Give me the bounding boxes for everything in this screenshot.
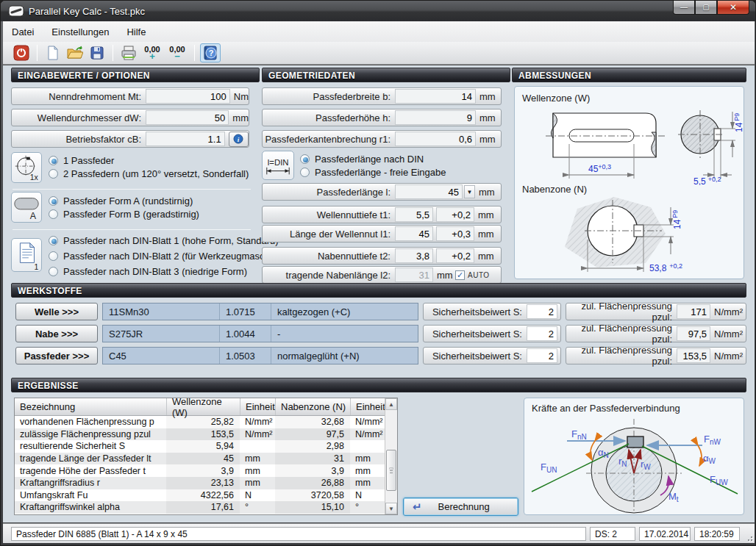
passfederlaenge-input[interactable]: 45 bbox=[395, 184, 463, 199]
unit-label: mm bbox=[476, 134, 496, 145]
status-text: Passfeder DIN 6885 (Blatt 1) - A 14 x 9 … bbox=[11, 527, 586, 541]
results-table-header: Bezeichnung Wellenzone (W) Einheit Naben… bbox=[15, 398, 397, 416]
save-file-button[interactable] bbox=[87, 43, 107, 62]
option-2-passfedern[interactable]: 2 Passfedern (um 120° versetzt, Sonderfa… bbox=[49, 168, 249, 179]
menu-datei[interactable]: Datei bbox=[3, 24, 43, 40]
n-unit bbox=[350, 440, 384, 453]
print-button[interactable] bbox=[118, 43, 139, 62]
welle-sicherheit-input[interactable]: 2 bbox=[527, 304, 557, 319]
option-laenge-frei[interactable]: Passfederlänge - freie Eingabe bbox=[300, 167, 446, 178]
info-button[interactable]: i bbox=[229, 132, 249, 147]
passfederhoehe-input[interactable]: 9 bbox=[395, 110, 476, 125]
passfeder-button[interactable]: Passfeder >>> bbox=[15, 347, 98, 364]
scroll-down-icon[interactable]: ▼ bbox=[385, 503, 397, 514]
option-din-blatt-1[interactable]: Passfeder nach DIN-Blatt 1 (hohe Form, S… bbox=[49, 235, 291, 246]
radio-icon[interactable] bbox=[49, 236, 58, 245]
dropdown-arrow-icon[interactable]: ▼ bbox=[464, 185, 475, 198]
status-time: 18:20:59 bbox=[694, 527, 740, 541]
auto-label: AUTO bbox=[468, 271, 490, 279]
close-button[interactable]: ✕ bbox=[717, 1, 749, 15]
radio-icon[interactable] bbox=[49, 169, 58, 179]
decimal-decrease-button[interactable]: 0,00 − bbox=[165, 43, 189, 62]
w-value: 4322,56 bbox=[166, 489, 240, 502]
scroll-thumb[interactable] bbox=[386, 450, 396, 491]
w-value: 5,94 bbox=[166, 440, 240, 453]
wellendurchmesser-input[interactable]: 50 bbox=[146, 110, 229, 125]
minimize-button[interactable]: — bbox=[673, 1, 695, 15]
new-file-button[interactable] bbox=[43, 43, 63, 62]
field-passfederbreite: Passfederbreite b: 14 mm bbox=[262, 87, 502, 105]
w-value: 153,5 bbox=[166, 428, 240, 441]
option-form-a[interactable]: Passfeder Form A (rundstirnig) bbox=[49, 195, 199, 206]
radio-icon[interactable] bbox=[49, 156, 58, 165]
decimal-increase-button[interactable]: 0,00 + bbox=[140, 43, 164, 62]
welle-material-box[interactable]: 11SMn30 1.0715 kaltgezogen (+C) bbox=[102, 303, 418, 320]
radio-icon[interactable] bbox=[49, 196, 58, 206]
passfederbreite-input[interactable]: 14 bbox=[395, 89, 476, 104]
option-label: Passfeder Form A (rundstirnig) bbox=[63, 195, 193, 206]
material-name: C45 bbox=[103, 348, 219, 364]
row-name: tragende Höhe der Passfeder t bbox=[15, 464, 166, 477]
nabe-material-box[interactable]: S275JR 1.0044 - bbox=[102, 325, 418, 342]
radio-icon[interactable] bbox=[300, 168, 310, 177]
help-button[interactable]: ? bbox=[200, 43, 221, 62]
unit-label: N/mm² bbox=[710, 328, 746, 340]
radio-icon[interactable] bbox=[49, 251, 58, 261]
unit-label: mm bbox=[476, 112, 496, 123]
material-number: 1.0715 bbox=[219, 303, 271, 320]
col-einheit-n[interactable]: Einheit bbox=[350, 398, 384, 415]
n-unit: N/mm² bbox=[350, 428, 384, 441]
svg-text:14P9: 14P9 bbox=[671, 210, 682, 229]
passfeder-count-group: 1 Passfeder 2 Passfedern (um 120° verset… bbox=[49, 153, 249, 182]
col-nabenzone[interactable]: Nabenzone (N) bbox=[275, 398, 350, 415]
col-bezeichnung[interactable]: Bezeichnung bbox=[15, 398, 166, 415]
forces-title: Kräfte an der Passfederverbindung bbox=[532, 403, 680, 414]
option-1-passfeder[interactable]: 1 Passfeder bbox=[49, 155, 249, 166]
row-name: Kraftangriffsradius r bbox=[15, 477, 166, 489]
svg-text:αW: αW bbox=[703, 453, 716, 465]
n-unit: N bbox=[350, 489, 384, 502]
svg-text:FUW: FUW bbox=[710, 474, 728, 486]
auto-checkbox[interactable]: ✓ bbox=[455, 270, 465, 280]
col-wellenzone[interactable]: Wellenzone (W) bbox=[166, 398, 240, 415]
option-din-blatt-3[interactable]: Passfeder nach DIN-Blatt 3 (niedrige For… bbox=[49, 266, 291, 277]
welle-button[interactable]: Welle >>> bbox=[15, 303, 98, 320]
title-bar[interactable]: Parallel Key Calc - Test.pkc — ▢ ✕ bbox=[1, 1, 755, 21]
nabenlaenge-input[interactable]: 31 bbox=[395, 267, 433, 282]
berechnung-button[interactable]: ↵ Berechnung bbox=[403, 497, 518, 516]
nabe-sicherheit-input[interactable]: 2 bbox=[527, 326, 557, 341]
field-betriebsfaktor: Betriebsfaktor cB: 1.1 i bbox=[11, 130, 249, 148]
option-label: Passfederlänge - freie Eingabe bbox=[315, 167, 446, 178]
wellennutlaenge-tol: +0,3 bbox=[436, 226, 474, 241]
n-value: 26,88 bbox=[275, 477, 350, 489]
unit-label: N/mm² bbox=[710, 351, 746, 362]
col-einheit-w[interactable]: Einheit bbox=[240, 398, 275, 415]
menu-einstellungen[interactable]: Einstellungen bbox=[43, 24, 118, 40]
kantenbrechung-input[interactable]: 0,6 bbox=[395, 132, 476, 146]
table-row: vorhandenen Flächenpressung p 25,82 N/mm… bbox=[15, 416, 397, 428]
svg-text:1: 1 bbox=[34, 263, 38, 271]
maximize-button[interactable]: ▢ bbox=[695, 1, 717, 15]
passfeder-sicherheit-input[interactable]: 2 bbox=[527, 348, 557, 363]
table-scrollbar[interactable]: ▲ ▼ bbox=[385, 398, 397, 514]
passfeder-pzul-row: zul. Flächenpressung pzul: 153,5 N/mm² bbox=[566, 347, 746, 364]
passfeder-material-box[interactable]: C45 1.0503 normalgeglüht (+N) bbox=[102, 347, 418, 364]
scroll-up-icon[interactable]: ▲ bbox=[385, 398, 397, 410]
radio-icon[interactable] bbox=[49, 209, 58, 219]
nenndrehmoment-input[interactable]: 100 bbox=[146, 89, 230, 104]
radio-icon[interactable] bbox=[300, 154, 310, 164]
option-laenge-din[interactable]: Passfederlänge nach DIN bbox=[300, 154, 446, 165]
betriebsfaktor-input[interactable]: 1.1 bbox=[146, 132, 225, 146]
material-treatment: normalgeglüht (+N) bbox=[271, 348, 418, 364]
radio-icon[interactable] bbox=[49, 267, 58, 276]
resize-grip[interactable] bbox=[745, 534, 752, 541]
option-label: Passfeder Form B (geradstirnig) bbox=[63, 209, 199, 220]
open-file-button[interactable] bbox=[65, 43, 85, 62]
welle-sicherheit-row: Sicherheitsbeiwert S: 2 bbox=[423, 303, 561, 320]
option-form-b[interactable]: Passfeder Form B (geradstirnig) bbox=[49, 209, 199, 220]
exit-button[interactable] bbox=[11, 43, 32, 62]
option-din-blatt-2[interactable]: Passfeder nach DIN-Blatt 2 (für Werkzeug… bbox=[49, 251, 291, 262]
menu-hilfe[interactable]: Hilfe bbox=[118, 24, 154, 40]
nabe-button[interactable]: Nabe >>> bbox=[15, 325, 98, 342]
svg-text:l=DIN: l=DIN bbox=[268, 158, 289, 167]
